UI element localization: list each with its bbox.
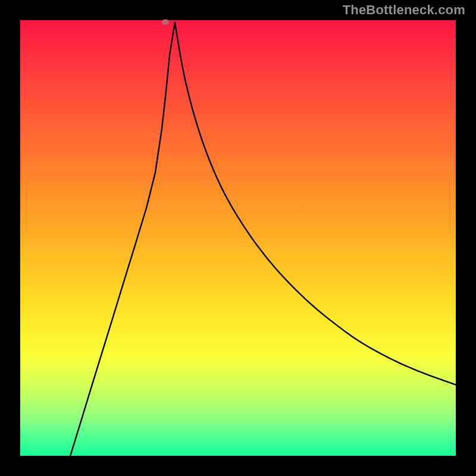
watermark-label: TheBottleneck.com: [343, 2, 465, 18]
chart-stage: TheBottleneck.com: [0, 0, 476, 476]
plot-area: [20, 20, 456, 456]
curve-minimum-marker: [162, 19, 169, 24]
bottleneck-curve: [20, 20, 456, 456]
